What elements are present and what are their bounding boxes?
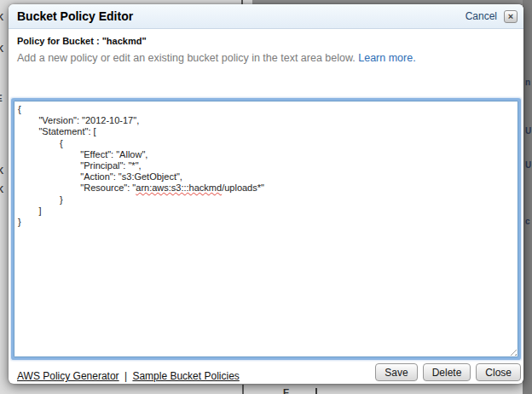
footer-buttons: Save Delete Close [375, 363, 521, 381]
close-button[interactable]: Close [476, 363, 521, 381]
resize-handle[interactable] [507, 346, 517, 356]
delete-button[interactable]: Delete [423, 363, 471, 381]
background-text-fragment: K [0, 186, 3, 194]
background-text-fragment: K [0, 14, 3, 22]
learn-more-link[interactable]: Learn more. [358, 52, 415, 64]
background-text-fragment-tick [315, 388, 317, 394]
background-text-fragment: E [283, 388, 289, 394]
bucket-policy-editor-dialog: Bucket Policy Editor Cancel × Policy for… [9, 4, 523, 384]
sample-bucket-policies-link[interactable]: Sample Bucket Policies [132, 370, 239, 382]
instructions-body: Add a new policy or edit an existing buc… [17, 52, 356, 64]
footer-links: AWS Policy Generator | Sample Bucket Pol… [17, 370, 240, 382]
background-text-fragment: U [525, 161, 531, 170]
save-button[interactable]: Save [375, 363, 417, 381]
instructions-text: Add a new policy or edit an existing buc… [17, 52, 416, 64]
close-icon[interactable]: × [504, 10, 518, 23]
background-column-divider-bottom [242, 385, 244, 394]
background-text-fragment: K [0, 167, 3, 176]
policy-textarea[interactable]: { "Version": "2012-10-17", "Statement": … [14, 101, 518, 357]
dialog-title: Bucket Policy Editor [17, 9, 466, 23]
background-text-fragment: K [0, 45, 3, 54]
policy-textarea-content: { "Version": "2012-10-17", "Statement": … [18, 104, 514, 228]
link-divider: | [124, 370, 127, 382]
background-text-fragment: E [0, 95, 3, 103]
background-dark-panel-right [523, 0, 532, 394]
dialog-header: Bucket Policy Editor Cancel × [9, 4, 523, 29]
aws-policy-generator-link[interactable]: AWS Policy Generator [17, 370, 119, 382]
screen: K K E K K n U U c E Bucket Policy Editor… [0, 0, 532, 394]
background-text-fragment: c [525, 217, 530, 226]
bucket-name-label: Policy for Bucket : "hackmd" [17, 36, 147, 46]
background-text-fragment: U [525, 127, 531, 136]
cancel-link[interactable]: Cancel [466, 10, 497, 22]
background-text-fragment: n [525, 78, 530, 87]
